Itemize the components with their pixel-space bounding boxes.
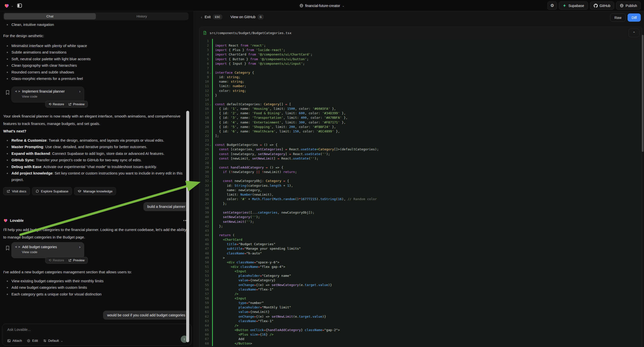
view-code-link[interactable]: View code [22,250,80,254]
whats-next-heading: What's next? [3,129,188,133]
file-card: src/components/budget/BudgetCategories.t… [199,27,642,347]
fold-chevron-icon: ⌄ [209,102,212,106]
code-line: 14 [200,98,642,102]
code-line: 26 const [newCategory, setNewCategory] =… [200,152,642,156]
code-line: 5import { Button } from '@/components/ui… [200,57,642,62]
code-line: 4import ChartCard from '@/components/ui/… [200,52,642,57]
list-item: Glass-morphic elements for a premium fee… [3,76,188,82]
code-line: 8⌄interface Category { [200,70,642,75]
raw-toggle-button[interactable]: Raw [610,14,626,22]
external-link-icon [7,190,10,193]
preview-button[interactable]: Preview [68,258,84,262]
code-line: 56 className="flex-1" [200,287,642,292]
file-added-icon [203,31,207,35]
list-item: Soft, neutral color palette with light b… [3,56,188,62]
chat-input[interactable] [7,327,182,332]
file-header[interactable]: src/components/budget/BudgetCategories.t… [200,27,642,39]
bookmark-icon[interactable] [6,246,10,250]
code-line: 37 }; [200,202,642,206]
code-line: 33 id: String(categories.length + 1), [200,184,642,188]
lovable-logo-icon [3,218,8,223]
code-line: 64 /> [200,323,642,328]
code-line: 28 [200,161,642,165]
edit-button[interactable]: Edit [27,339,38,342]
chat-history-tabs: Chat History [3,12,188,20]
code-line: 12 color: string; [200,88,642,93]
settings-button[interactable]: ⚙ [548,2,557,10]
code-line: 16 { id: '1', name: 'Housing', limit: 15… [200,106,642,111]
github-button[interactable]: GitHub [590,2,614,10]
chat-scrollbar[interactable] [186,111,189,342]
tab-history[interactable]: History [96,13,188,20]
restore-button[interactable]: ⟲Restore [48,258,64,262]
lovable-logo-icon[interactable] [4,3,10,8]
project-title: financial-future-creator [305,4,340,8]
code-line: 32⌄ const newCategoryObj: Category = { [200,179,642,183]
code-line: 45 <ChartCard [200,238,642,242]
code-line: 39 setCategories([...categories, newCate… [200,210,642,215]
code-line: 47 subtitle="Manage your spending limits… [200,246,642,251]
collapse-file-button[interactable]: ⌃ [628,29,640,37]
mode-selector[interactable]: Default ⌄ [43,339,63,342]
code-line: 36 color: '#' + Math.floor(Math.random()… [200,197,642,202]
code-scrollbar[interactable] [642,35,644,152]
code-line: 13} [200,93,642,98]
code-line: 63 className="flex-1" [200,319,642,323]
chevron-right-icon: › [79,245,80,249]
attach-button[interactable]: Attach [7,339,22,342]
whats-next-item: Add project knowledge: Set key context o… [3,170,187,183]
project-switcher[interactable]: financial-future-creator ⌄ [300,0,344,11]
code-line: 43 [200,228,642,233]
chevron-down-icon[interactable]: ⌄ [11,4,14,7]
chevron-left-icon: ‹ [201,15,202,19]
code-line: 35 limit: Number(newLimit), [200,192,642,197]
version-card-add-budget-categories[interactable]: < > Add budget categories › View code [12,242,84,258]
code-line: 27 const [newLimit, setNewLimit] = React… [200,156,642,161]
globe-icon [620,4,624,8]
code-line: 18 { id: '3', name: 'Transportation', li… [200,116,642,120]
chevron-down-icon: ⌄ [342,4,344,7]
restore-icon: ⟲ [48,102,51,106]
sliders-icon [43,339,46,342]
composer: Attach Edit Default ⌄ ↑ [2,324,192,346]
code-line: 46 title="Budget Categories" [200,242,642,246]
restore-button[interactable]: ⟲Restore [48,102,64,106]
view-on-github-link[interactable]: View on GitHub [230,15,256,19]
code-editor[interactable]: 12import React from 'react';3import { Pl… [200,39,642,347]
preview-button[interactable]: Preview [68,102,84,106]
user-message: build a financial planner [144,202,189,211]
code-line: 38 [200,206,642,210]
code-line: 9 id: string; [200,75,642,80]
code-line: 61 value={newLimit} [200,310,642,314]
list-item: Rounded corners and subtle shadows [3,69,188,76]
sidebar-toggle-icon[interactable] [17,3,22,8]
tab-chat[interactable]: Chat [4,13,96,20]
added-bullet-list: View existing budget categories with the… [3,278,188,298]
code-line: 54 value={newCategory} [200,278,642,282]
version-card-implement-financial-planner[interactable]: < > Implement financial planner › View c… [12,87,84,102]
code-line: 25 const [categories, setCategories] = R… [200,147,642,152]
manage-knowledge-button[interactable]: Manage knowledge [74,187,116,195]
code-line: 3import { Plus } from 'lucide-react'; [200,48,642,52]
whats-next-item: Expand with Backend: Connect Supabase to… [3,150,187,157]
whats-next-item: GitHub Sync: Transfer your project's cod… [3,157,187,163]
chat-bubble-icon [36,190,39,193]
diff-toggle-button[interactable]: Diff [628,14,641,22]
code-line: 50 <div className="space-y-6"> [200,260,642,264]
supabase-button[interactable]: Supabase [559,2,588,10]
code-line: 24⌄const BudgetCategories = () => { [200,143,642,147]
supabase-bolt-icon [562,4,566,8]
code-line: 17 { id: '2', name: 'Food & Dining', lim… [200,111,642,116]
bookmark-icon[interactable] [6,90,10,95]
code-line: 31 [200,174,642,179]
code-line: 67 Add [200,337,642,341]
exit-button[interactable]: Exit [205,15,210,19]
chevron-right-icon: › [79,89,80,93]
code-line: 59 type="number" [200,301,642,305]
code-line: 11 limit: number; [200,84,642,88]
publish-button[interactable]: Publish [616,2,641,10]
explore-supabase-button[interactable]: Explore Supabase [32,187,72,195]
view-code-link[interactable]: View code [22,94,80,98]
code-line: 29⌄ const handleAddCategory = () => { [200,165,642,170]
visit-docs-button[interactable]: Visit docs [3,187,30,195]
